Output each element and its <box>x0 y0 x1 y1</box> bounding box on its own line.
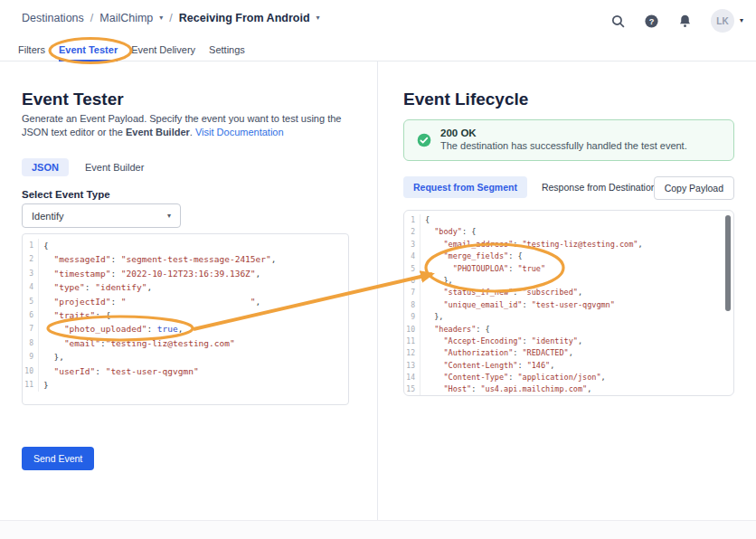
svg-text:?: ? <box>649 16 655 25</box>
description-bold: Event Builder <box>126 127 190 137</box>
line-number: 12 <box>404 347 421 359</box>
line-number: 15 <box>404 383 421 395</box>
success-check-icon <box>417 133 431 147</box>
code-line: 4 "merge_fields": { <box>404 251 733 262</box>
tab-event-tester[interactable]: Event Tester <box>59 40 118 61</box>
page-footer <box>0 520 756 539</box>
editor-mode-tabs: JSON Event Builder <box>22 158 149 176</box>
code-line: 2 "body": { <box>404 226 733 238</box>
code-line: 5 "PHOTOUPLOA": "true" <box>404 263 733 275</box>
code-line: 3 "timestamp": "2022-10-12T23:16:39.136Z… <box>23 267 348 280</box>
user-menu[interactable]: LK ▾ <box>711 9 743 33</box>
code-line: 10 "userId": "test-user-qgvgmn" <box>23 364 348 378</box>
tab-event-delivery[interactable]: Event Delivery <box>131 40 195 61</box>
send-event-button[interactable]: Send Event <box>22 447 94 470</box>
line-number: 10 <box>23 364 39 378</box>
line-number: 2 <box>404 226 421 238</box>
line-number: 7 <box>23 322 39 336</box>
code-line: 9 }, <box>23 350 348 364</box>
page-description: Generate an Event Payload. Specify the e… <box>22 112 358 139</box>
code-line: 13 "Content-Length": "146", <box>404 360 733 372</box>
line-number: 6 <box>23 308 39 322</box>
chevron-down-icon[interactable]: ▾ <box>740 17 743 24</box>
breadcrumb-current[interactable]: Receiving From Android <box>179 12 310 24</box>
payload-viewer[interactable]: 1{2 "body": {3 "email_address": "testing… <box>403 210 734 396</box>
line-number: 11 <box>404 336 421 347</box>
code-line: 8 "email":"testing-liz@testing.com" <box>23 336 348 350</box>
line-number: 1 <box>404 214 421 226</box>
code-line: 6 "traits": { <box>23 308 348 322</box>
line-number: 3 <box>404 239 421 251</box>
line-number: 2 <box>23 252 39 266</box>
avatar[interactable]: LK <box>711 9 734 33</box>
chevron-down-icon[interactable]: ▾ <box>317 14 320 22</box>
help-icon[interactable]: ? <box>644 13 660 29</box>
code-line: 1{ <box>23 239 348 252</box>
event-tester-page: Destinations / MailChimp ▾ / Receiving F… <box>0 0 756 539</box>
tab-filters[interactable]: Filters <box>18 40 45 61</box>
line-number: 5 <box>23 295 39 308</box>
line-number: 3 <box>23 267 39 280</box>
line-number: 4 <box>404 251 421 262</box>
code-line: 7 "status_if_new": "subscribed", <box>404 287 733 298</box>
code-line: 4 "type": "identify", <box>23 280 348 294</box>
line-number: 14 <box>404 372 421 383</box>
code-line: 3 "email_address": "testing-liz@testing.… <box>404 239 733 251</box>
code-line: 15 "Host": "us4.api.mailchimp.com", <box>404 383 733 395</box>
code-line: 2 "messageId": "segment-test-message-241… <box>23 252 348 266</box>
topbar-icons: ? LK ▾ <box>610 9 743 33</box>
code-line: 11 "Accept-Encoding": "identity", <box>404 336 733 347</box>
payload-tabs: Request from Segment Response from Desti… <box>403 176 662 198</box>
code-line: 10 "headers": { <box>404 324 733 336</box>
code-line: 11} <box>23 378 348 392</box>
status-code: 200 OK <box>440 128 724 138</box>
code-line: 5 "projectId": " ", <box>23 295 348 308</box>
json-editor[interactable]: 1{2 "messageId": "segment-test-message-2… <box>22 233 349 405</box>
event-type-select[interactable]: Identify ▾ <box>22 203 181 228</box>
notifications-bell-icon[interactable] <box>677 13 694 29</box>
tab-settings[interactable]: Settings <box>209 40 245 61</box>
line-number: 8 <box>404 299 421 311</box>
line-number: 9 <box>404 311 421 323</box>
breadcrumb-destinations[interactable]: Destinations <box>22 12 84 24</box>
line-number: 4 <box>23 280 39 294</box>
chevron-down-icon: ▾ <box>167 213 171 220</box>
status-alert: 200 OK The destination has successfully … <box>403 119 734 161</box>
breadcrumb-mailchimp[interactable]: MailChimp <box>99 12 153 24</box>
scrollbar[interactable] <box>725 215 731 311</box>
code-line: 6 }, <box>404 275 733 287</box>
line-number: 10 <box>404 324 421 336</box>
tab-event-builder[interactable]: Event Builder <box>80 158 149 176</box>
breadcrumb-separator: / <box>90 12 93 24</box>
payload-viewer-body: 1{2 "body": {3 "email_address": "testing… <box>404 211 733 396</box>
copy-payload-button[interactable]: Copy Payload <box>654 176 734 200</box>
destination-tabbar: Filters Event Tester Event Delivery Sett… <box>0 40 756 61</box>
status-message: The destination has successfully handled… <box>440 140 724 151</box>
search-icon[interactable] <box>610 13 627 29</box>
page-title: Event Tester <box>22 90 124 109</box>
chevron-down-icon[interactable]: ▾ <box>159 14 163 22</box>
tab-request-from-segment[interactable]: Request from Segment <box>403 176 527 198</box>
line-number: 6 <box>404 275 421 287</box>
json-editor-body[interactable]: 1{2 "messageId": "segment-test-message-2… <box>23 234 348 392</box>
event-type-value: Identify <box>32 211 63 222</box>
line-number: 1 <box>23 239 39 252</box>
tab-json[interactable]: JSON <box>22 158 69 176</box>
line-number: 8 <box>23 336 39 350</box>
code-line: 1{ <box>404 214 733 226</box>
tab-response-from-destination[interactable]: Response from Destination <box>536 176 662 198</box>
line-number: 11 <box>23 378 39 392</box>
panel-divider <box>377 61 378 520</box>
breadcrumb-separator: / <box>169 12 172 24</box>
line-number: 7 <box>404 287 421 298</box>
visit-documentation-link[interactable]: Visit Documentation <box>195 127 284 137</box>
line-number: 9 <box>23 350 39 364</box>
code-line: 12 "Authorization": "REDACTED", <box>404 347 733 359</box>
code-line: 14 "Content-Type": "application/json", <box>404 372 733 383</box>
breadcrumb: Destinations / MailChimp ▾ / Receiving F… <box>22 12 320 24</box>
line-number: 5 <box>404 263 421 275</box>
line-number: 13 <box>404 360 421 372</box>
lifecycle-title: Event Lifecycle <box>403 90 528 109</box>
code-line: 7 "photo_uploaded": true, <box>23 322 348 336</box>
code-line: 9 }, <box>404 311 733 323</box>
